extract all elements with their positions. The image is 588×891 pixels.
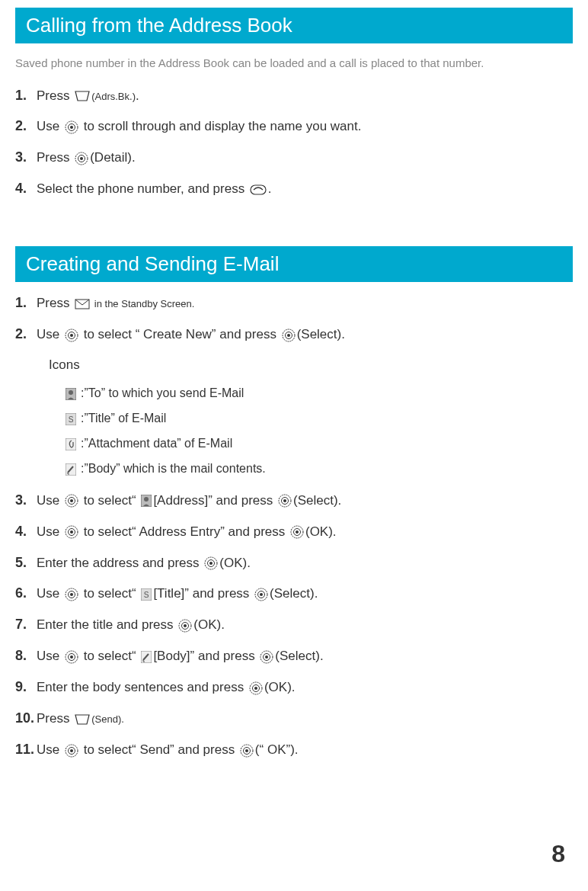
step-text: Use to select“ Address Entry” and press … (37, 521, 573, 543)
step-number: 3. (15, 146, 37, 169)
nav-icon (254, 588, 268, 601)
icon-desc-text: :”Body” which is the mail contents. (81, 457, 266, 480)
step-number: 1. (15, 291, 37, 315)
svg-rect-6 (251, 185, 266, 194)
step-item: 6.Use to select“ S[Title]” and press (Se… (15, 582, 573, 605)
step-text: Press (Send). (37, 708, 573, 730)
step-text: Enter the title and press (OK). (37, 614, 573, 636)
step-item: 2.Use to select “ Create New” and press … (15, 322, 573, 346)
step-number: 11. (15, 738, 37, 761)
section2-steps-top: 1.Press in the Standby Screen.2.Use to s… (15, 291, 573, 346)
svg-point-24 (144, 497, 149, 502)
icon-desc-row: :”To” to which you send E-Mail (64, 382, 573, 405)
step-text: Enter the body sentences and press (OK). (37, 677, 573, 699)
title-icon: S (141, 588, 152, 601)
svg-text:S: S (144, 591, 149, 599)
svg-point-15 (69, 390, 73, 395)
icon-desc-row: :”Body” which is the mail contents. (64, 457, 573, 481)
step-item: 1.Press in the Standby Screen. (15, 291, 573, 315)
to-icon (141, 495, 152, 507)
nav-icon (65, 525, 78, 539)
body-icon (141, 651, 152, 663)
step-item: 1.Press (Adrs.Bk.). (15, 84, 573, 107)
step-text: Use to select“ S[Title]” and press (Sele… (37, 583, 573, 605)
svg-point-57 (254, 687, 257, 690)
step-text: Press in the Standby Screen. (37, 293, 573, 315)
mail-icon (75, 299, 90, 309)
step-item: 5.Enter the address and press (OK). (15, 551, 573, 575)
softkey-icon (75, 714, 90, 725)
step-item: 9.Enter the body sentences and press (OK… (15, 675, 573, 699)
step-number: 1. (15, 84, 37, 107)
nav-icon (260, 650, 273, 664)
icon-desc-text: :”To” to which you send E-Mail (81, 382, 244, 405)
nav-icon (178, 619, 192, 633)
nav-icon (65, 744, 78, 758)
step-item: 10. Press (Send). (15, 707, 573, 730)
nav-icon (65, 329, 78, 342)
step-number: 2. (15, 322, 37, 346)
step-text: Press (Adrs.Bk.). (37, 85, 573, 107)
icon-desc-row: :”Attachment data” of E-Mail (64, 432, 573, 456)
step-item: 7.Enter the title and press (OK). (15, 613, 573, 636)
step-number: 9. (15, 675, 37, 699)
nav-icon (204, 556, 218, 570)
step-text: Use to select“ [Address]” and press (Sel… (37, 490, 573, 512)
step-text: Enter the address and press (OK). (37, 553, 573, 575)
nav-icon (249, 681, 263, 695)
svg-point-47 (184, 624, 187, 627)
body-icon (66, 463, 76, 476)
svg-point-50 (70, 655, 73, 659)
step-text: Use to select “ Create New” and press (S… (37, 324, 573, 346)
to-icon (66, 388, 76, 400)
step-number: 8. (15, 644, 37, 668)
icon-desc-row: S:”Title” of E-Mail (64, 407, 573, 431)
section1-steps: 1.Press (Adrs.Bk.).2.Use to scroll throu… (15, 84, 573, 201)
standby-label: in the Standby Screen. (91, 298, 194, 309)
nav-icon (65, 494, 78, 508)
nav-icon (65, 120, 78, 134)
step-item: 8.Use to select“ [Body]” and press (Sele… (15, 644, 573, 668)
step-text: Press (Detail). (37, 147, 573, 169)
svg-point-10 (70, 334, 73, 337)
svg-point-44 (260, 593, 263, 596)
step-text: Select the phone number, and press . (37, 178, 573, 200)
svg-point-60 (70, 749, 73, 752)
step-number: 6. (15, 582, 37, 605)
svg-point-30 (70, 530, 73, 534)
svg-point-39 (70, 593, 73, 596)
section2-steps-bottom: 3.Use to select“ [Address]” and press (S… (15, 489, 573, 762)
step-text: Use to select“ [Body]” and press (Select… (37, 646, 573, 668)
icons-heading: Icons (49, 354, 573, 377)
step-item: 3.Press (Detail). (15, 146, 573, 169)
step-item: 11. Use to select“ Send” and press (“ OK… (15, 738, 573, 761)
icon-desc-text: :”Attachment data” of E-Mail (81, 432, 232, 455)
nav-icon (282, 329, 296, 342)
step-number: 2. (15, 114, 37, 138)
step-number: 4. (15, 177, 37, 200)
step-item: 4.Select the phone number, and press . (15, 177, 573, 200)
step-item: 2.Use to scroll through and display the … (15, 114, 573, 138)
svg-point-27 (283, 499, 286, 502)
step-number: 7. (15, 613, 37, 636)
step-small-label: . (121, 713, 124, 725)
phone-icon (250, 184, 267, 195)
title-icon: S (66, 413, 76, 425)
step-number: 5. (15, 551, 37, 575)
svg-point-13 (287, 334, 290, 337)
step-item: 3.Use to select“ [Address]” and press (S… (15, 489, 573, 512)
page-number: 8 (551, 840, 565, 868)
softkey-label: (Send) (91, 713, 121, 725)
step-number: 10. (15, 707, 37, 730)
icon-descriptions: :”To” to which you send E-MailS:”Title” … (64, 382, 573, 481)
svg-point-54 (265, 655, 268, 659)
nav-icon (278, 494, 292, 508)
svg-point-22 (70, 499, 73, 502)
svg-point-2 (70, 126, 73, 129)
intro-text: Saved phone number in the Address Book c… (15, 53, 573, 75)
step-item: 4.Use to select“ Address Entry” and pres… (15, 520, 573, 543)
svg-point-33 (296, 530, 299, 534)
step-text: Use to scroll through and display the na… (37, 116, 573, 138)
attach-icon (66, 438, 76, 450)
section-header-email: Creating and Sending E-Mail (15, 246, 573, 282)
